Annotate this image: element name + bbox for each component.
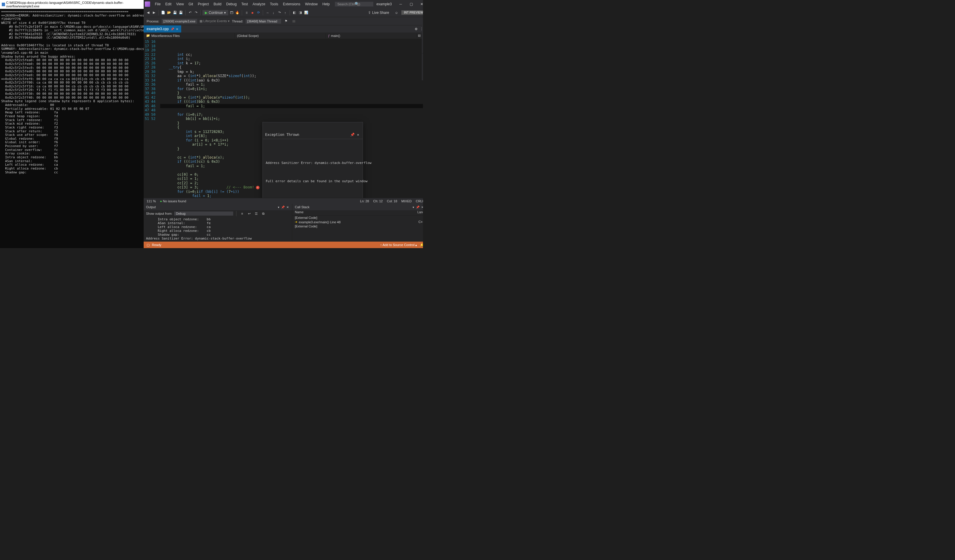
separator [200,10,201,16]
output-source-combo[interactable]: Debug [174,212,233,215]
notifications-icon[interactable]: 🔔 [420,243,423,247]
new-project-icon[interactable]: 📄 [161,10,166,16]
gear-icon[interactable]: ⚙ [413,26,419,31]
line-indicator[interactable]: Ln: 28 [360,200,369,203]
menu-tools[interactable]: Tools [268,1,280,8]
flag-icon[interactable]: ⚑ [283,19,289,24]
search-icon[interactable]: 🔍 [355,2,359,6]
quick-search-input[interactable]: Search (Ctrl+Q) [335,2,373,6]
char-indicator[interactable]: Ch: 12 [373,200,383,203]
intellitrace-icon[interactable]: ◧ [292,10,297,16]
nav-back-icon[interactable]: ◀ [146,10,151,16]
output-text[interactable]: Intra object redzone: bb ASan internal: … [144,217,292,242]
live-share-button[interactable]: ⇪ Live Share [366,10,391,16]
stop-icon[interactable]: ■ [250,10,255,16]
chevron-down-icon[interactable]: ▾ [412,206,415,209]
indent-mode[interactable]: MIXED [401,200,412,203]
member-combo[interactable]: ƒ main() [326,33,417,38]
clear-icon[interactable]: ≡ [240,211,245,216]
eol-mode[interactable]: CRLF [416,200,423,203]
zoom-level[interactable]: 111 % [147,200,156,203]
thread-combo[interactable]: [36468] Main Thread [246,19,281,23]
exception-details: Full error details can be found in the o… [266,179,360,184]
continue-button[interactable]: ▶ Continue ▾ [202,10,228,16]
step-over-icon[interactable]: ↷ [277,10,282,16]
step-into-icon[interactable]: ↓ [271,10,276,16]
vs-toolbar: ◀ ▶ 📄 📂 💾 💾 ↶ ↷ ▶ Continue ▾ 🗔 🔥 ⏸ ■ ⟳ →… [144,8,423,17]
separator [158,10,159,16]
close-button[interactable]: ✕ [418,1,423,7]
maximize-button[interactable]: ▢ [407,1,415,7]
menu-extensions[interactable]: Extensions [280,1,303,8]
restart-icon[interactable]: ⟳ [256,10,261,16]
show-next-statement-icon[interactable]: → [265,10,270,16]
thread-label: Thread: [232,19,243,23]
tab-example3-cpp[interactable]: example3.cpp 📌 ✕ [144,25,181,33]
callstack-row[interactable]: [External Code] [292,215,423,220]
close-tab-icon[interactable]: ✕ [176,28,178,31]
menu-build[interactable]: Build [211,1,224,8]
scope-combo[interactable]: (Global Scope) [235,33,326,38]
lifecycle-events-button[interactable]: ▦ Lifecycle Events ▾ [199,19,230,23]
stack-frame-icon[interactable]: ▤ [291,19,296,24]
code-text[interactable]: int cc; int i; int k = 17; __try{ tmp = … [160,39,423,198]
pin-icon[interactable]: 📌 [349,133,356,137]
int-preview-badge: INT PREVIEW [401,10,423,15]
pin-icon[interactable]: 📌 [280,206,285,209]
split-icon[interactable]: ⊟ [416,33,422,38]
callstack-col-name[interactable]: Name [295,210,410,215]
show-output-label: Show output from: [146,212,172,215]
console-titlebar[interactable]: C:\MSDN\cpp-docs-pr\docs\c-language\ASAN… [0,0,144,9]
close-icon[interactable]: ✕ [356,133,360,137]
snapshot-icon[interactable]: ◨ [297,10,303,16]
callstack-row[interactable]: ➜example3.exe!main() Line 48C++ [292,220,423,224]
menu-debug[interactable]: Debug [224,1,239,8]
save-icon[interactable]: 💾 [172,10,178,16]
menu-project[interactable]: Project [196,1,211,8]
chevron-down-icon[interactable]: ▾ [277,206,280,209]
feedback-icon[interactable]: ☺ [394,10,399,16]
menu-edit[interactable]: Edit [163,1,174,8]
close-panel-icon[interactable]: ✕ [420,206,423,209]
process-combo[interactable]: [26908] example3.exe [162,19,197,23]
vs-titlebar: FileEditViewGitProjectBuildDebugTestAnal… [144,0,423,8]
close-panel-icon[interactable]: ✕ [285,206,290,209]
list-icon[interactable]: ☰ [254,211,259,216]
open-icon[interactable]: 📂 [166,10,172,16]
hot-reload-icon[interactable]: 🔥 [235,10,240,16]
console-output: ========================================… [0,9,144,248]
menu-git[interactable]: Git [186,1,196,8]
solution-explorer-tab[interactable]: Solution Explorer [422,22,423,53]
redo-icon[interactable]: ↷ [193,10,199,16]
callstack-body[interactable]: [External Code]➜example3.exe!main() Line… [292,215,423,242]
add-source-control-button[interactable]: ↑ Add to Source Control ▴ [380,243,417,247]
menu-analyze[interactable]: Analyze [250,1,268,8]
pin-icon[interactable]: 📌 [415,206,420,209]
team-explorer-tab[interactable]: Team Explorer [422,53,423,81]
step-out-icon[interactable]: ↑ [283,10,288,16]
undo-icon[interactable]: ↶ [187,10,193,16]
menu-test[interactable]: Test [239,1,250,8]
diagnostic-icon[interactable]: 📊 [304,10,309,16]
current-frame-icon: ➜ [295,220,297,224]
menu-view[interactable]: View [174,1,186,8]
save-all-icon[interactable]: 💾 [178,10,183,16]
side-tool-tabs: Solution Explorer Team Explorer [422,22,423,81]
separator [290,10,290,16]
project-combo[interactable]: 📁Miscellaneous Files [144,33,235,38]
menu-window[interactable]: Window [303,1,320,8]
menu-help[interactable]: Help [320,1,332,8]
toggle-wrap-icon[interactable]: ↩ [246,211,252,216]
callstack-row[interactable]: [External Code] [292,224,423,228]
minimize-button[interactable]: ─ [396,1,405,7]
issues-status[interactable]: ● No issues found [160,200,186,203]
code-editor[interactable]: 15 16 17 18 19 20 21 22 23 24 25 26 27 2… [144,39,423,198]
menu-file[interactable]: File [152,1,163,8]
pin-icon[interactable]: 📌 [171,28,174,31]
debug-target-icon[interactable]: 🗔 [229,10,234,16]
col-indicator[interactable]: Col: 18 [387,200,397,203]
pause-icon[interactable]: ⏸ [244,10,249,16]
callstack-col-lang[interactable]: Lang [410,210,423,215]
nav-forward-icon[interactable]: ▶ [151,10,157,16]
settings-icon[interactable]: ⧉ [261,211,266,216]
